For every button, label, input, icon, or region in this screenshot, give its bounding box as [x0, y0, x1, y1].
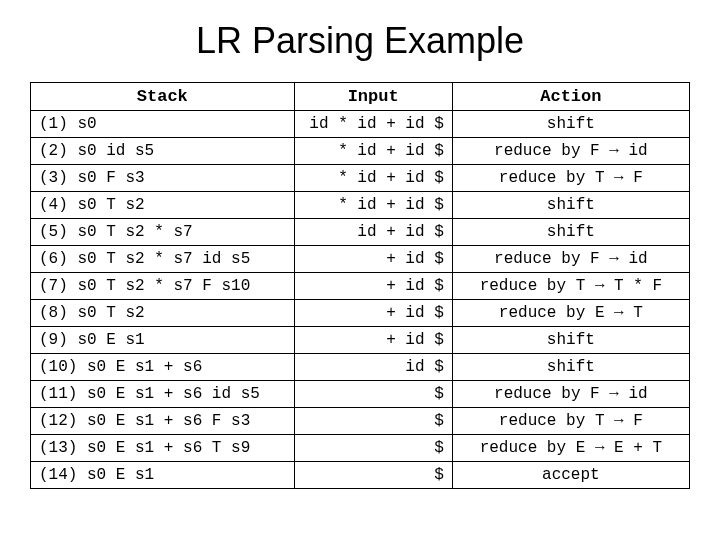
cell-input: id + id $ [294, 219, 452, 246]
cell-action: shift [452, 354, 689, 381]
cell-action: shift [452, 192, 689, 219]
cell-stack: (6) s0 T s2 * s7 id s5 [31, 246, 295, 273]
table-row: (12) s0 E s1 + s6 F s3$reduce by T → F [31, 408, 690, 435]
cell-action: reduce by F → id [452, 246, 689, 273]
cell-input: $ [294, 462, 452, 489]
table-header-row: Stack Input Action [31, 83, 690, 111]
cell-stack: (1) s0 [31, 111, 295, 138]
cell-input: id $ [294, 354, 452, 381]
cell-input: $ [294, 381, 452, 408]
col-header-input: Input [294, 83, 452, 111]
cell-input: + id $ [294, 300, 452, 327]
cell-input: + id $ [294, 246, 452, 273]
cell-action: reduce by T → T * F [452, 273, 689, 300]
cell-stack: (14) s0 E s1 [31, 462, 295, 489]
cell-action: reduce by F → id [452, 381, 689, 408]
table-row: (10) s0 E s1 + s6id $shift [31, 354, 690, 381]
cell-action: reduce by F → id [452, 138, 689, 165]
cell-stack: (2) s0 id s5 [31, 138, 295, 165]
table-row: (7) s0 T s2 * s7 F s10+ id $reduce by T … [31, 273, 690, 300]
cell-stack: (12) s0 E s1 + s6 F s3 [31, 408, 295, 435]
cell-action: reduce by T → F [452, 408, 689, 435]
table-row: (14) s0 E s1$accept [31, 462, 690, 489]
cell-stack: (8) s0 T s2 [31, 300, 295, 327]
table-row: (3) s0 F s3* id + id $reduce by T → F [31, 165, 690, 192]
cell-stack: (11) s0 E s1 + s6 id s5 [31, 381, 295, 408]
table-row: (6) s0 T s2 * s7 id s5+ id $reduce by F … [31, 246, 690, 273]
col-header-action: Action [452, 83, 689, 111]
col-header-stack: Stack [31, 83, 295, 111]
cell-input: $ [294, 435, 452, 462]
table-row: (5) s0 T s2 * s7id + id $shift [31, 219, 690, 246]
cell-stack: (3) s0 F s3 [31, 165, 295, 192]
cell-input: * id + id $ [294, 192, 452, 219]
cell-input: id * id + id $ [294, 111, 452, 138]
cell-action: shift [452, 327, 689, 354]
cell-stack: (4) s0 T s2 [31, 192, 295, 219]
cell-action: shift [452, 111, 689, 138]
cell-stack: (13) s0 E s1 + s6 T s9 [31, 435, 295, 462]
cell-action: reduce by T → F [452, 165, 689, 192]
table-row: (2) s0 id s5* id + id $reduce by F → id [31, 138, 690, 165]
cell-input: $ [294, 408, 452, 435]
cell-action: reduce by E → E + T [452, 435, 689, 462]
cell-action: reduce by E → T [452, 300, 689, 327]
table-row: (11) s0 E s1 + s6 id s5$reduce by F → id [31, 381, 690, 408]
table-body: (1) s0id * id + id $shift(2) s0 id s5* i… [31, 111, 690, 489]
parse-table: Stack Input Action (1) s0id * id + id $s… [30, 82, 690, 489]
cell-action: shift [452, 219, 689, 246]
cell-action: accept [452, 462, 689, 489]
table-row: (13) s0 E s1 + s6 T s9$reduce by E → E +… [31, 435, 690, 462]
cell-stack: (7) s0 T s2 * s7 F s10 [31, 273, 295, 300]
slide: LR Parsing Example Stack Input Action (1… [0, 0, 720, 540]
cell-input: + id $ [294, 327, 452, 354]
cell-stack: (9) s0 E s1 [31, 327, 295, 354]
table-row: (4) s0 T s2* id + id $shift [31, 192, 690, 219]
cell-input: + id $ [294, 273, 452, 300]
table-row: (1) s0id * id + id $shift [31, 111, 690, 138]
cell-input: * id + id $ [294, 165, 452, 192]
cell-input: * id + id $ [294, 138, 452, 165]
page-title: LR Parsing Example [30, 20, 690, 62]
cell-stack: (5) s0 T s2 * s7 [31, 219, 295, 246]
cell-stack: (10) s0 E s1 + s6 [31, 354, 295, 381]
table-row: (9) s0 E s1+ id $shift [31, 327, 690, 354]
table-row: (8) s0 T s2+ id $reduce by E → T [31, 300, 690, 327]
